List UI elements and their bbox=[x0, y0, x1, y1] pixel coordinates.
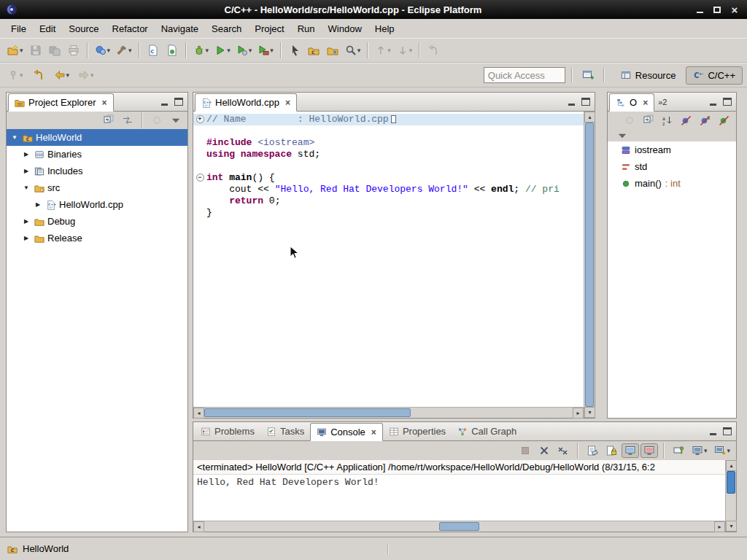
tree-item-includes[interactable]: ▶Includes bbox=[7, 163, 187, 179]
tree-item-release[interactable]: ▶Release bbox=[7, 230, 187, 246]
scrollbar-thumb[interactable] bbox=[439, 522, 480, 531]
code-line-8[interactable]: return 0; bbox=[193, 195, 584, 207]
dropdown-arrow[interactable]: ▾ bbox=[727, 447, 730, 454]
hide-non-public-button[interactable] bbox=[716, 113, 733, 128]
minimize-panel-button[interactable] bbox=[567, 98, 576, 106]
scroll-right-button[interactable]: ▸ bbox=[573, 408, 584, 419]
dropdown-arrow[interactable]: ▾ bbox=[128, 47, 132, 54]
tree-item-debug[interactable]: ▶Debug bbox=[7, 213, 187, 230]
menu-window[interactable]: Window bbox=[322, 21, 368, 36]
expand-arrow-icon[interactable]: ▶ bbox=[21, 235, 31, 241]
tab-helloworld-cpp[interactable]: C++ HelloWorld.cpp × bbox=[195, 93, 297, 112]
external-tools-button[interactable]: ▾ bbox=[255, 41, 276, 60]
new-wizard-button[interactable]: ▾ bbox=[4, 41, 26, 60]
console-output[interactable]: Hello, Red Hat Developers World! bbox=[193, 475, 725, 521]
scrollbar-thumb[interactable] bbox=[585, 122, 594, 407]
dropdown-arrow[interactable]: ▾ bbox=[107, 47, 111, 54]
dropdown-arrow[interactable]: ▾ bbox=[20, 71, 23, 79]
back-button[interactable]: ▾ bbox=[51, 66, 73, 85]
show-stdout-toggle[interactable] bbox=[622, 443, 639, 458]
pin-console-button[interactable] bbox=[670, 443, 687, 458]
menu-help[interactable]: Help bbox=[368, 21, 401, 36]
expand-arrow-icon[interactable]: ▶ bbox=[21, 151, 31, 158]
code-line-2[interactable] bbox=[193, 125, 584, 137]
tree-item-binaries[interactable]: ▶010Binaries bbox=[7, 146, 187, 163]
scrollbar-track[interactable] bbox=[204, 521, 714, 532]
maximize-panel-button[interactable] bbox=[174, 98, 184, 106]
code-line-6[interactable]: −int main() { bbox=[193, 172, 584, 184]
editor-horizontal-scrollbar[interactable]: ◂ ▸ bbox=[193, 407, 584, 418]
dropdown-arrow[interactable]: ▾ bbox=[704, 447, 708, 454]
last-edit-location-button[interactable] bbox=[29, 66, 48, 85]
menu-refactor[interactable]: Refactor bbox=[106, 21, 155, 36]
dropdown-arrow[interactable]: ▾ bbox=[249, 47, 252, 54]
console-horizontal-scrollbar[interactable]: ◂ ▸ bbox=[193, 521, 725, 532]
scroll-lock-button[interactable] bbox=[603, 443, 620, 458]
search-button[interactable]: ▾ bbox=[342, 41, 364, 60]
outline-item-std[interactable]: std bbox=[608, 158, 736, 175]
fold-collapse-button[interactable]: − bbox=[196, 174, 204, 182]
view-menu-button[interactable] bbox=[167, 113, 185, 128]
profile-button[interactable]: ▾ bbox=[233, 41, 255, 60]
tab-properties[interactable]: Properties bbox=[383, 422, 452, 440]
scroll-left-button[interactable]: ◂ bbox=[193, 408, 204, 419]
maximize-panel-button[interactable] bbox=[723, 98, 732, 106]
menu-navigate[interactable]: Navigate bbox=[155, 21, 205, 36]
scroll-up-button[interactable]: ▴ bbox=[584, 112, 595, 122]
tab-project-explorer[interactable]: Project Explorer × bbox=[8, 93, 114, 112]
dropdown-arrow[interactable]: ▾ bbox=[20, 47, 23, 54]
dropdown-arrow[interactable]: ▾ bbox=[90, 71, 94, 79]
outline-item-main[interactable]: main() : int bbox=[608, 175, 736, 192]
scroll-up-button[interactable]: ▴ bbox=[726, 460, 737, 471]
menu-search[interactable]: Search bbox=[205, 21, 248, 36]
scroll-down-button[interactable]: ▾ bbox=[584, 407, 595, 418]
outline-view-menu-button[interactable] bbox=[614, 128, 631, 143]
maximize-panel-button[interactable] bbox=[581, 98, 591, 106]
console-vertical-scrollbar[interactable]: ▴ ▾ bbox=[725, 460, 736, 532]
link-with-editor-button[interactable] bbox=[119, 113, 136, 128]
code-line-5[interactable] bbox=[193, 160, 584, 172]
show-stderr-toggle[interactable] bbox=[640, 443, 658, 458]
run-button[interactable]: ▾ bbox=[212, 41, 233, 60]
code-editor[interactable]: +// Name : HelloWorld.cpp#include <iostr… bbox=[193, 112, 584, 407]
tree-item-helloworld-cpp[interactable]: ▶C++HelloWorld.cpp bbox=[7, 196, 187, 213]
hide-fields-button[interactable] bbox=[678, 113, 695, 128]
hidden-tabs-button[interactable]: »2 bbox=[654, 98, 670, 106]
minimize-panel-button[interactable] bbox=[708, 98, 718, 106]
expand-arrow-icon[interactable]: ▶ bbox=[21, 218, 31, 225]
scroll-right-button[interactable]: ▸ bbox=[714, 521, 725, 532]
close-tab-button[interactable]: × bbox=[101, 98, 107, 108]
open-console-button[interactable]: ▾ bbox=[711, 443, 733, 458]
close-window-button[interactable]: × bbox=[728, 4, 741, 15]
expand-arrow-icon[interactable]: ▼ bbox=[21, 184, 31, 191]
open-resource-button[interactable] bbox=[323, 41, 342, 60]
tree-item-helloworld[interactable]: ▼CHelloWorld bbox=[7, 129, 187, 146]
scrollbar-track[interactable] bbox=[726, 471, 736, 521]
editor-vertical-scrollbar[interactable]: ▴ ▾ bbox=[584, 112, 595, 418]
outline-item-iostream[interactable]: iostream bbox=[608, 141, 736, 158]
fold-expand-button[interactable]: + bbox=[196, 115, 204, 123]
code-line-9[interactable]: } bbox=[193, 207, 584, 219]
collapse-all-button[interactable] bbox=[100, 113, 117, 128]
open-element-button[interactable]: C bbox=[304, 41, 323, 60]
tree-item-src[interactable]: ▼src bbox=[7, 179, 187, 196]
dropdown-arrow[interactable]: ▾ bbox=[357, 47, 361, 54]
minimize-window-button[interactable] bbox=[693, 4, 706, 15]
resource-perspective-button[interactable]: Resource bbox=[614, 66, 684, 85]
code-line-4[interactable]: using namespace std; bbox=[193, 149, 584, 160]
folded-region-indicator[interactable] bbox=[391, 115, 396, 123]
close-tab-button[interactable]: × bbox=[643, 98, 648, 108]
tab-console[interactable]: Console× bbox=[310, 423, 383, 441]
scrollbar-thumb[interactable] bbox=[204, 408, 411, 417]
statusbar-splitter[interactable] bbox=[387, 544, 389, 554]
close-tab-button[interactable]: × bbox=[371, 427, 376, 438]
clear-console-button[interactable] bbox=[584, 443, 601, 458]
tab-call-graph[interactable]: Call Graph bbox=[452, 422, 522, 440]
dropdown-arrow[interactable]: ▾ bbox=[227, 47, 231, 54]
display-console-button[interactable]: ▾ bbox=[689, 443, 711, 458]
menu-run[interactable]: Run bbox=[291, 21, 322, 36]
remove-all-launches-button[interactable] bbox=[554, 443, 572, 458]
new-source-file-button[interactable]: C bbox=[144, 41, 163, 60]
open-perspective-button[interactable] bbox=[578, 66, 597, 85]
scroll-down-button[interactable]: ▾ bbox=[726, 521, 737, 532]
